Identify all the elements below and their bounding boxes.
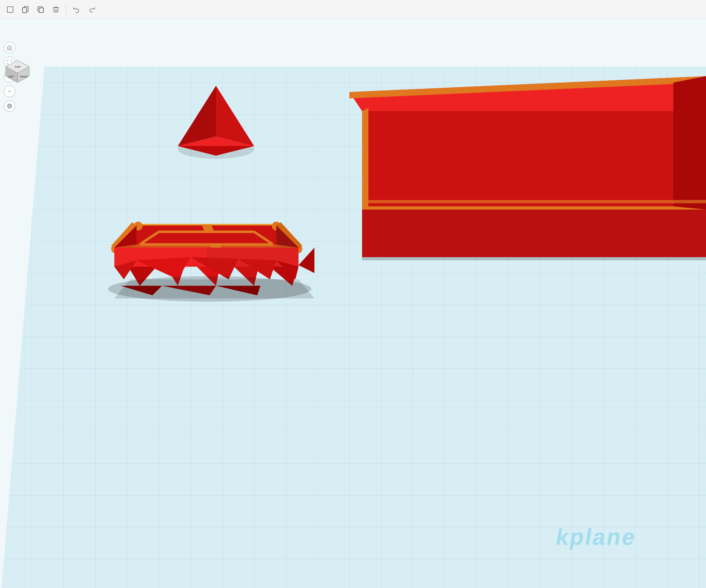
copy-to-button[interactable] [19,3,32,16]
orientation-menu-button[interactable] [4,100,15,112]
svg-text:LEFT: LEFT [8,76,14,78]
right-structure [349,76,706,260]
svg-rect-5 [39,8,43,12]
delete-button[interactable] [49,3,62,16]
svg-point-54 [108,276,311,302]
svg-marker-48 [114,245,299,248]
3d-objects [0,19,706,588]
orientation-cube[interactable]: TOP FRONT LEFT [3,58,32,86]
workplane-label: kplane [554,524,639,550]
redo-button[interactable] [85,3,98,16]
svg-rect-2 [23,8,27,13]
svg-marker-12 [178,86,216,146]
toolbar [0,0,706,19]
svg-marker-62 [362,257,706,260]
pyramid-object [178,86,254,159]
pagoda-structure [108,222,314,302]
svg-rect-0 [7,7,13,12]
undo-button[interactable] [70,3,83,16]
toolbar-separator [66,5,66,14]
svg-marker-60 [362,210,706,257]
svg-marker-13 [216,86,254,146]
new-button[interactable] [4,3,16,16]
svg-marker-63 [362,108,368,210]
zoom-out-button[interactable] [4,86,15,97]
svg-marker-55 [362,111,706,210]
home-button[interactable] [4,42,15,53]
svg-marker-61 [362,200,706,203]
svg-marker-59 [673,76,706,210]
svg-marker-39 [140,232,273,245]
viewport[interactable]: kplane TOP FRONT LEFT [0,19,706,588]
duplicate-button[interactable] [34,3,47,16]
left-panel: TOP FRONT LEFT [0,38,19,588]
svg-text:FRONT: FRONT [20,76,28,78]
svg-text:TOP: TOP [14,66,20,69]
